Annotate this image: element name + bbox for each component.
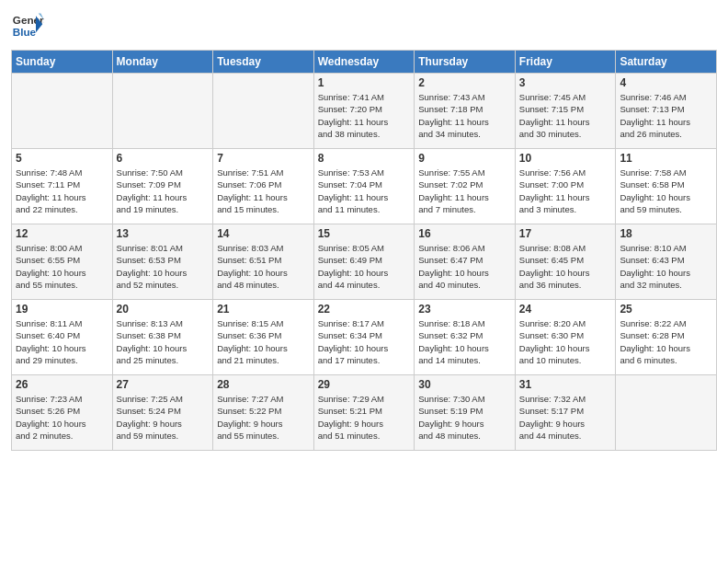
day-info: Sunrise: 7:41 AM Sunset: 7:20 PM Dayligh… — [318, 91, 411, 140]
day-info: Sunrise: 7:25 AM Sunset: 5:24 PM Dayligh… — [117, 393, 210, 442]
day-number: 6 — [117, 152, 210, 165]
day-number: 9 — [418, 152, 511, 165]
calendar-cell: 25Sunrise: 8:22 AM Sunset: 6:28 PM Dayli… — [616, 300, 717, 375]
day-number: 26 — [16, 378, 108, 391]
weekday-header-wednesday: Wednesday — [313, 51, 415, 74]
calendar-cell: 28Sunrise: 7:27 AM Sunset: 5:22 PM Dayli… — [213, 375, 314, 451]
day-info: Sunrise: 8:18 AM Sunset: 6:32 PM Dayligh… — [418, 317, 511, 366]
day-info: Sunrise: 7:48 AM Sunset: 7:11 PM Dayligh… — [16, 167, 108, 215]
logo-icon: General Blue — [11, 9, 44, 42]
day-number: 14 — [217, 227, 310, 240]
day-number: 17 — [519, 227, 612, 240]
calendar-cell: 5Sunrise: 7:48 AM Sunset: 7:11 PM Daylig… — [12, 149, 113, 224]
day-info: Sunrise: 7:58 AM Sunset: 6:58 PM Dayligh… — [620, 167, 712, 215]
day-number: 22 — [318, 303, 411, 316]
day-number: 3 — [519, 76, 612, 89]
day-info: Sunrise: 7:45 AM Sunset: 7:15 PM Dayligh… — [519, 91, 612, 140]
day-number: 2 — [418, 76, 511, 89]
calendar-cell: 6Sunrise: 7:50 AM Sunset: 7:09 PM Daylig… — [112, 149, 213, 224]
day-info: Sunrise: 8:08 AM Sunset: 6:45 PM Dayligh… — [519, 242, 612, 291]
calendar-cell: 22Sunrise: 8:17 AM Sunset: 6:34 PM Dayli… — [313, 300, 415, 375]
calendar-cell — [616, 375, 717, 451]
svg-text:Blue: Blue — [13, 26, 37, 38]
day-number: 21 — [217, 303, 310, 316]
day-info: Sunrise: 8:13 AM Sunset: 6:38 PM Dayligh… — [117, 317, 210, 366]
day-number: 27 — [117, 378, 210, 391]
day-number: 10 — [519, 152, 612, 165]
calendar-cell: 23Sunrise: 8:18 AM Sunset: 6:32 PM Dayli… — [415, 300, 516, 375]
day-number: 29 — [318, 378, 411, 391]
calendar-cell: 10Sunrise: 7:56 AM Sunset: 7:00 PM Dayli… — [515, 149, 616, 224]
day-info: Sunrise: 8:01 AM Sunset: 6:53 PM Dayligh… — [117, 242, 210, 291]
day-info: Sunrise: 7:29 AM Sunset: 5:21 PM Dayligh… — [318, 393, 411, 442]
calendar-week-row: 1Sunrise: 7:41 AM Sunset: 7:20 PM Daylig… — [12, 74, 717, 149]
day-number: 23 — [418, 303, 511, 316]
day-number: 30 — [418, 378, 511, 391]
calendar-cell: 7Sunrise: 7:51 AM Sunset: 7:06 PM Daylig… — [213, 149, 314, 224]
weekday-header-sunday: Sunday — [12, 51, 113, 74]
calendar-cell: 11Sunrise: 7:58 AM Sunset: 6:58 PM Dayli… — [616, 149, 717, 224]
calendar-week-row: 5Sunrise: 7:48 AM Sunset: 7:11 PM Daylig… — [12, 149, 717, 224]
calendar-cell: 26Sunrise: 7:23 AM Sunset: 5:26 PM Dayli… — [12, 375, 113, 451]
calendar-week-row: 12Sunrise: 8:00 AM Sunset: 6:55 PM Dayli… — [12, 224, 717, 300]
calendar-cell: 9Sunrise: 7:55 AM Sunset: 7:02 PM Daylig… — [415, 149, 516, 224]
calendar-cell — [12, 74, 113, 149]
calendar-table: SundayMondayTuesdayWednesdayThursdayFrid… — [11, 50, 717, 451]
calendar-week-row: 26Sunrise: 7:23 AM Sunset: 5:26 PM Dayli… — [12, 375, 717, 451]
calendar-cell: 29Sunrise: 7:29 AM Sunset: 5:21 PM Dayli… — [313, 375, 415, 451]
calendar-cell: 19Sunrise: 8:11 AM Sunset: 6:40 PM Dayli… — [12, 300, 113, 375]
day-info: Sunrise: 8:06 AM Sunset: 6:47 PM Dayligh… — [418, 242, 511, 291]
calendar-cell: 15Sunrise: 8:05 AM Sunset: 6:49 PM Dayli… — [313, 224, 415, 300]
day-number: 4 — [620, 76, 712, 89]
calendar-cell: 18Sunrise: 8:10 AM Sunset: 6:43 PM Dayli… — [616, 224, 717, 300]
day-info: Sunrise: 7:53 AM Sunset: 7:04 PM Dayligh… — [318, 167, 411, 215]
day-number: 25 — [620, 303, 712, 316]
day-info: Sunrise: 8:11 AM Sunset: 6:40 PM Dayligh… — [16, 317, 108, 366]
weekday-header-saturday: Saturday — [616, 51, 717, 74]
day-number: 15 — [318, 227, 411, 240]
calendar-cell: 1Sunrise: 7:41 AM Sunset: 7:20 PM Daylig… — [313, 74, 415, 149]
header: General Blue — [11, 9, 717, 42]
calendar-cell: 30Sunrise: 7:30 AM Sunset: 5:19 PM Dayli… — [415, 375, 516, 451]
day-info: Sunrise: 8:17 AM Sunset: 6:34 PM Dayligh… — [318, 317, 411, 366]
day-number: 7 — [217, 152, 310, 165]
day-number: 1 — [318, 76, 411, 89]
calendar-cell — [112, 74, 213, 149]
calendar-cell: 27Sunrise: 7:25 AM Sunset: 5:24 PM Dayli… — [112, 375, 213, 451]
calendar-cell: 4Sunrise: 7:46 AM Sunset: 7:13 PM Daylig… — [616, 74, 717, 149]
day-info: Sunrise: 7:56 AM Sunset: 7:00 PM Dayligh… — [519, 167, 612, 215]
day-number: 19 — [16, 303, 108, 316]
day-info: Sunrise: 7:32 AM Sunset: 5:17 PM Dayligh… — [519, 393, 612, 442]
day-info: Sunrise: 7:50 AM Sunset: 7:09 PM Dayligh… — [117, 167, 210, 215]
calendar-cell: 12Sunrise: 8:00 AM Sunset: 6:55 PM Dayli… — [12, 224, 113, 300]
page: General Blue SundayMondayTuesdayWednesda… — [0, 0, 728, 563]
day-info: Sunrise: 7:55 AM Sunset: 7:02 PM Dayligh… — [418, 167, 511, 215]
day-info: Sunrise: 8:10 AM Sunset: 6:43 PM Dayligh… — [620, 242, 712, 291]
day-number: 18 — [620, 227, 712, 240]
day-number: 12 — [16, 227, 108, 240]
weekday-header-tuesday: Tuesday — [213, 51, 314, 74]
day-number: 24 — [519, 303, 612, 316]
day-number: 16 — [418, 227, 511, 240]
day-info: Sunrise: 8:00 AM Sunset: 6:55 PM Dayligh… — [16, 242, 108, 291]
day-number: 8 — [318, 152, 411, 165]
calendar-cell: 14Sunrise: 8:03 AM Sunset: 6:51 PM Dayli… — [213, 224, 314, 300]
day-info: Sunrise: 7:43 AM Sunset: 7:18 PM Dayligh… — [418, 91, 511, 140]
calendar-cell: 17Sunrise: 8:08 AM Sunset: 6:45 PM Dayli… — [515, 224, 616, 300]
calendar-cell: 21Sunrise: 8:15 AM Sunset: 6:36 PM Dayli… — [213, 300, 314, 375]
day-info: Sunrise: 8:15 AM Sunset: 6:36 PM Dayligh… — [217, 317, 310, 366]
day-info: Sunrise: 8:05 AM Sunset: 6:49 PM Dayligh… — [318, 242, 411, 291]
day-info: Sunrise: 8:03 AM Sunset: 6:51 PM Dayligh… — [217, 242, 310, 291]
day-number: 31 — [519, 378, 612, 391]
day-info: Sunrise: 8:22 AM Sunset: 6:28 PM Dayligh… — [620, 317, 712, 366]
calendar-cell: 24Sunrise: 8:20 AM Sunset: 6:30 PM Dayli… — [515, 300, 616, 375]
day-number: 20 — [117, 303, 210, 316]
day-number: 28 — [217, 378, 310, 391]
day-info: Sunrise: 7:46 AM Sunset: 7:13 PM Dayligh… — [620, 91, 712, 140]
day-number: 5 — [16, 152, 108, 165]
day-info: Sunrise: 7:30 AM Sunset: 5:19 PM Dayligh… — [418, 393, 511, 442]
day-info: Sunrise: 7:51 AM Sunset: 7:06 PM Dayligh… — [217, 167, 310, 215]
calendar-cell: 2Sunrise: 7:43 AM Sunset: 7:18 PM Daylig… — [415, 74, 516, 149]
day-number: 11 — [620, 152, 712, 165]
day-info: Sunrise: 7:23 AM Sunset: 5:26 PM Dayligh… — [16, 393, 108, 442]
